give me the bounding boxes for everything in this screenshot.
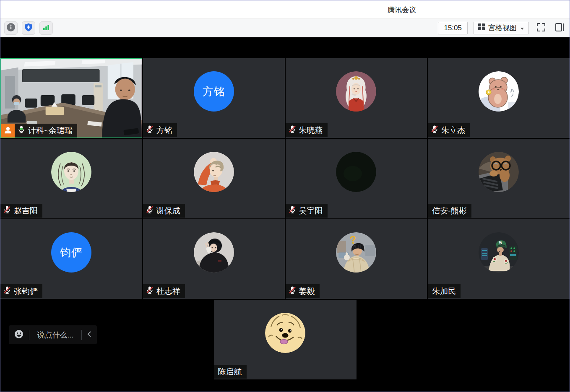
security-button[interactable]: [22, 21, 35, 35]
person-icon: [3, 125, 13, 136]
mic-muted-icon: [430, 125, 439, 135]
participant-nameplate: 赵吉阳: [0, 204, 42, 218]
avatar: 钧俨: [51, 232, 91, 273]
participant-tile[interactable]: 计科~余珺瑞: [0, 58, 142, 138]
participant-tile[interactable]: 钧俨 张钧俨: [0, 219, 142, 299]
avatar: ?: [336, 232, 376, 273]
avatar: 方铭: [194, 71, 234, 112]
participant-tile[interactable]: 赵吉阳: [0, 139, 142, 218]
participant-grid: 计科~余珺瑞 方铭 方铭: [0, 58, 570, 299]
avatar: [479, 71, 519, 112]
fullscreen-icon: [536, 22, 546, 34]
mic-muted-icon: [146, 125, 154, 135]
participant-name: 陈启航: [218, 366, 242, 377]
avatar: [479, 152, 519, 192]
member-list-badge: [1, 124, 15, 138]
chat-quick-bar: 说点什么...: [9, 325, 97, 344]
dropdown-caret-icon: [520, 24, 524, 32]
participant-tile[interactable]: 谢保成: [143, 139, 285, 218]
participant-nameplate: 朱立杰: [428, 123, 470, 137]
security-shield-icon: [24, 23, 33, 34]
avatar: [336, 152, 376, 192]
participant-tile[interactable]: 朱晓燕: [286, 58, 427, 138]
avatar: [336, 71, 376, 112]
collapse-chevron-icon[interactable]: [87, 331, 92, 339]
network-signal-icon: [42, 23, 50, 33]
participant-nameplate: 谢保成: [143, 204, 185, 218]
view-mode-label: 宫格视图: [488, 23, 517, 33]
meeting-timer: 15:05: [438, 22, 468, 34]
divider: [81, 330, 82, 340]
meeting-info-button[interactable]: [4, 21, 18, 35]
fullscreen-button[interactable]: [535, 22, 547, 34]
side-panel-icon: [554, 22, 565, 34]
participant-nameplate: 方铭: [143, 123, 177, 137]
participant-name: 方铭: [156, 125, 172, 136]
participant-name: 谢保成: [156, 205, 180, 216]
mic-muted-icon: [288, 205, 297, 216]
participant-name: 赵吉阳: [14, 205, 38, 216]
participant-name: 吴宇阳: [299, 205, 323, 216]
grid-view-icon: [478, 23, 485, 32]
meeting-info-icon: [6, 23, 16, 34]
divider: [29, 330, 29, 340]
mic-muted-icon: [3, 286, 11, 296]
participant-name: 姜毅: [299, 286, 315, 297]
participant-tile[interactable]: ? 姜毅: [286, 219, 427, 299]
participant-tile[interactable]: 杜志祥: [143, 219, 285, 299]
avatar: S: [479, 232, 519, 273]
toolbar: 15:05 宫格视图: [0, 19, 570, 37]
participant-name: 信安-熊彬: [432, 205, 466, 216]
participant-tile[interactable]: 信安-熊彬: [428, 139, 570, 218]
participant-nameplate: 张钧俨: [0, 284, 42, 298]
participant-nameplate: 姜毅: [286, 284, 320, 298]
participant-nameplate: 计科~余珺瑞: [1, 124, 77, 138]
participant-name: 杜志祥: [156, 286, 180, 297]
mic-muted-icon: [288, 286, 297, 296]
title-bar: 腾讯会议: [0, 0, 570, 19]
participant-nameplate: 吴宇阳: [286, 204, 328, 218]
participant-tile[interactable]: 吴宇阳: [286, 139, 427, 218]
participant-tile[interactable]: 朱立杰: [428, 58, 570, 138]
participant-tile[interactable]: S 朱加民: [428, 219, 570, 299]
participant-name: 张钧俨: [14, 286, 38, 297]
avatar: [194, 232, 234, 273]
mic-muted-icon: [146, 205, 154, 216]
participant-name: 计科~余珺瑞: [28, 125, 73, 136]
participant-nameplate: 朱晓燕: [286, 123, 328, 137]
app-title: 腾讯会议: [388, 5, 416, 14]
participant-nameplate: 朱加民: [428, 284, 461, 298]
avatar: [194, 152, 234, 192]
mic-active-icon: [17, 125, 26, 136]
participant-tile[interactable]: 方铭 方铭: [143, 58, 285, 138]
participant-name: 朱加民: [432, 286, 456, 297]
participant-name: 朱晓燕: [299, 125, 323, 136]
avatar: [51, 152, 91, 192]
participant-tile[interactable]: 陈启航: [214, 300, 357, 379]
mic-muted-icon: [288, 125, 297, 135]
meeting-window: 腾讯会议 15:05 宫格视图: [0, 0, 570, 392]
chat-input[interactable]: 说点什么...: [34, 330, 76, 340]
participant-nameplate: 信安-熊彬: [428, 204, 471, 218]
participant-name: 朱立杰: [441, 125, 465, 136]
participant-nameplate: 杜志祥: [143, 284, 185, 298]
view-mode-dropdown[interactable]: 宫格视图: [474, 22, 529, 34]
participant-nameplate: 陈启航: [214, 365, 247, 379]
mic-muted-icon: [146, 286, 154, 296]
network-status-button[interactable]: [39, 21, 53, 35]
side-panel-button[interactable]: [553, 22, 566, 34]
mic-muted-icon: [3, 205, 11, 216]
emoji-icon[interactable]: [14, 329, 24, 341]
avatar: [265, 313, 305, 353]
